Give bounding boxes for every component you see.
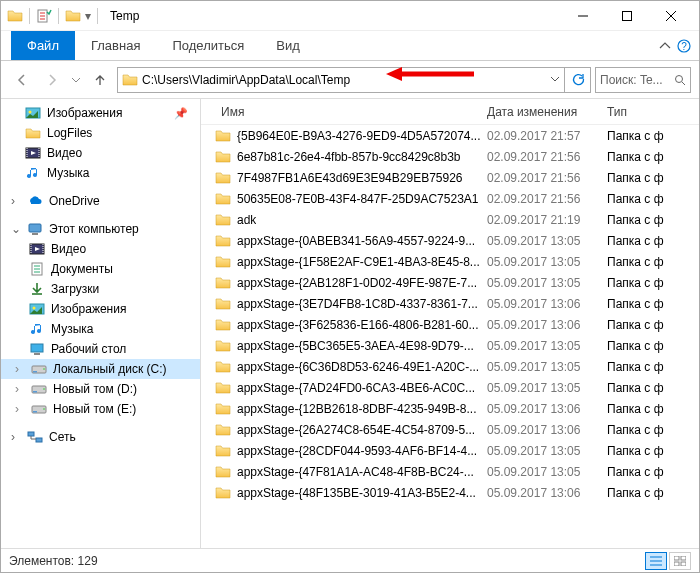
folder-icon: [215, 486, 231, 500]
folder-icon: [7, 8, 23, 24]
file-row[interactable]: appxStage-{5BC365E5-3AEA-4E98-9D79-... 0…: [201, 335, 699, 356]
file-row[interactable]: 6e87b81c-26e4-4fbb-857b-9cc8429c8b3b 02.…: [201, 146, 699, 167]
sidebar-section-thispc[interactable]: ⌄ Этот компьютер: [1, 219, 200, 239]
file-row[interactable]: {5B964E0E-B9A3-4276-9ED9-4D5A572074... 0…: [201, 125, 699, 146]
file-row[interactable]: appxStage-{47F81A1A-AC48-4F8B-BC24-... 0…: [201, 461, 699, 482]
content-pane: Имя Дата изменения Тип {5B964E0E-B9A3-42…: [201, 99, 699, 549]
svg-rect-20: [33, 391, 37, 393]
file-name: appxStage-{48F135BE-3019-41A3-B5E2-4...: [237, 486, 476, 500]
sidebar-quick-item[interactable]: Видео: [1, 143, 200, 163]
folder-icon: [215, 360, 231, 374]
file-name: appxStage-{12BB2618-8DBF-4235-949B-8...: [237, 402, 477, 416]
close-button[interactable]: [649, 2, 693, 30]
tab-home[interactable]: Главная: [75, 31, 156, 60]
onedrive-icon: [27, 193, 43, 209]
details-view-button[interactable]: [645, 552, 667, 570]
status-bar: Элементов: 129: [1, 548, 699, 572]
file-row[interactable]: appxStage-{1F58E2AF-C9E1-4BA3-8E45-8... …: [201, 251, 699, 272]
svg-rect-25: [28, 432, 34, 436]
file-row[interactable]: 7F4987FB1A6E43d69E3E94B29EB75926 02.09.2…: [201, 167, 699, 188]
file-row[interactable]: adk 02.09.2017 21:19 Папка с ф: [201, 209, 699, 230]
sidebar-quick-item[interactable]: Изображения📌: [1, 103, 200, 123]
file-name: appxStage-{5BC365E5-3AEA-4E98-9D79-...: [237, 339, 474, 353]
icons-view-button[interactable]: [669, 552, 691, 570]
sidebar-item-label: Изображения: [47, 106, 122, 120]
address-bar[interactable]: [117, 67, 565, 93]
svg-rect-17: [33, 371, 37, 373]
folder-icon: [215, 318, 231, 332]
search-box[interactable]: Поиск: Te...: [595, 67, 691, 93]
file-row[interactable]: appxStage-{6C36D8D53-6246-49E1-A20C-... …: [201, 356, 699, 377]
sidebar-thispc-item[interactable]: ›Локальный диск (C:): [1, 359, 200, 379]
address-input[interactable]: [142, 73, 546, 87]
tab-file[interactable]: Файл: [11, 31, 75, 60]
sidebar-thispc-item[interactable]: Документы: [1, 259, 200, 279]
sidebar-quick-item[interactable]: Музыка: [1, 163, 200, 183]
main-area: Изображения📌LogFilesВидеоМузыка › OneDri…: [1, 99, 699, 549]
svg-point-24: [43, 408, 45, 410]
sidebar-thispc-item[interactable]: Изображения: [1, 299, 200, 319]
file-type: Папка с ф: [607, 318, 699, 332]
svg-point-13: [33, 307, 36, 310]
up-button[interactable]: [87, 67, 113, 93]
file-row[interactable]: appxStage-{7AD24FD0-6CA3-4BE6-AC0C... 05…: [201, 377, 699, 398]
sidebar-thispc-item[interactable]: Музыка: [1, 319, 200, 339]
pictures-icon: [29, 301, 45, 317]
sidebar-section-onedrive[interactable]: › OneDrive: [1, 191, 200, 211]
address-dropdown-icon[interactable]: [550, 73, 560, 87]
folder-icon[interactable]: [65, 8, 81, 24]
recent-dropdown[interactable]: [69, 67, 83, 93]
folder-icon: [215, 171, 231, 185]
folder-icon: [215, 444, 231, 458]
computer-icon: [27, 221, 43, 237]
file-row[interactable]: appxStage-{2AB128F1-0D02-49FE-987E-7... …: [201, 272, 699, 293]
file-row[interactable]: 50635E08-7E0B-43F4-847F-25D9AC7523A1 02.…: [201, 188, 699, 209]
tab-view[interactable]: Вид: [260, 31, 316, 60]
svg-rect-28: [681, 556, 686, 560]
sidebar-thispc-label: Этот компьютер: [49, 222, 139, 236]
help-icon[interactable]: ?: [677, 31, 691, 61]
back-button[interactable]: [9, 67, 35, 93]
video-icon: [29, 241, 45, 257]
file-type: Папка с ф: [607, 150, 699, 164]
sidebar-thispc-item[interactable]: ›Новый том (E:): [1, 399, 200, 419]
maximize-button[interactable]: [605, 2, 649, 30]
ribbon-tabs: Файл Главная Поделиться Вид ?: [1, 31, 699, 61]
sidebar-section-network[interactable]: › Сеть: [1, 427, 200, 447]
file-list[interactable]: {5B964E0E-B9A3-4276-9ED9-4D5A572074... 0…: [201, 125, 699, 549]
tab-share[interactable]: Поделиться: [156, 31, 260, 60]
file-date: 05.09.2017 13:06: [487, 318, 607, 332]
file-date: 05.09.2017 13:05: [487, 465, 607, 479]
properties-icon[interactable]: [36, 8, 52, 24]
column-header-name[interactable]: Имя: [215, 105, 487, 119]
file-date: 05.09.2017 13:06: [487, 402, 607, 416]
column-header-type[interactable]: Тип: [607, 105, 699, 119]
file-name: 6e87b81c-26e4-4fbb-857b-9cc8429c8b3b: [237, 150, 461, 164]
folder-icon: [122, 72, 138, 88]
sidebar-thispc-item[interactable]: Рабочий стол: [1, 339, 200, 359]
ribbon-expand-icon[interactable]: [659, 31, 671, 61]
sidebar-item-label: Локальный диск (C:): [53, 362, 167, 376]
file-row[interactable]: appxStage-{12BB2618-8DBF-4235-949B-8... …: [201, 398, 699, 419]
sidebar-thispc-item[interactable]: Загрузки: [1, 279, 200, 299]
file-date: 05.09.2017 13:05: [487, 276, 607, 290]
refresh-button[interactable]: [565, 67, 591, 93]
sidebar-thispc-item[interactable]: ›Новый том (D:): [1, 379, 200, 399]
file-row[interactable]: appxStage-{3E7D4FB8-1C8D-4337-8361-7... …: [201, 293, 699, 314]
sidebar-thispc-item[interactable]: Видео: [1, 239, 200, 259]
svg-rect-27: [674, 556, 679, 560]
column-header-date[interactable]: Дата изменения: [487, 105, 607, 119]
sidebar-quick-item[interactable]: LogFiles: [1, 123, 200, 143]
file-row[interactable]: appxStage-{26A274C8-654E-4C54-8709-5... …: [201, 419, 699, 440]
file-row[interactable]: appxStage-{48F135BE-3019-41A3-B5E2-4... …: [201, 482, 699, 503]
folder-icon: [215, 213, 231, 227]
forward-button[interactable]: [39, 67, 65, 93]
minimize-button[interactable]: [561, 2, 605, 30]
file-type: Папка с ф: [607, 423, 699, 437]
file-date: 05.09.2017 13:06: [487, 486, 607, 500]
file-row[interactable]: appxStage-{3F625836-E166-4806-B281-60...…: [201, 314, 699, 335]
sidebar-item-label: Рабочий стол: [51, 342, 126, 356]
folder-icon: [215, 150, 231, 164]
file-row[interactable]: appxStage-{28CDF044-9593-4AF6-BF14-4... …: [201, 440, 699, 461]
file-row[interactable]: appxStage-{0ABEB341-56A9-4557-9224-9... …: [201, 230, 699, 251]
